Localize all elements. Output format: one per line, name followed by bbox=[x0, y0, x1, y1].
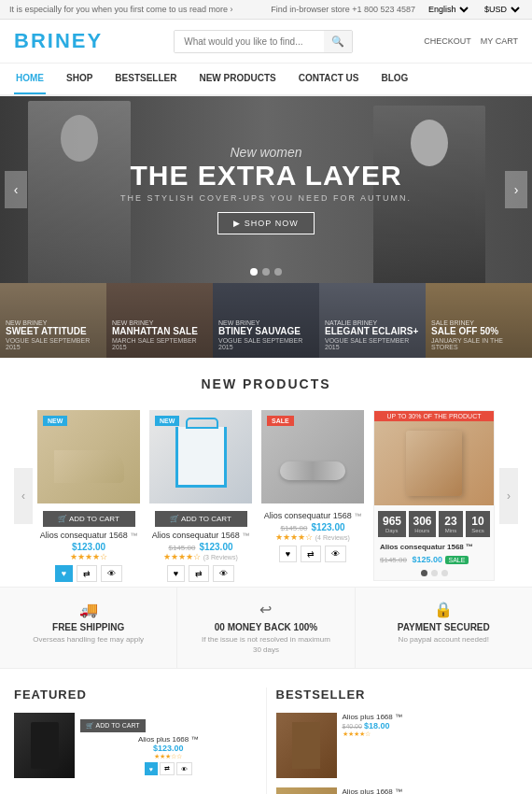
bestseller-jacket-1 bbox=[292, 722, 320, 769]
wishlist-button-3[interactable]: ♥ bbox=[279, 546, 297, 562]
category-eclairs[interactable]: Natalie Briney ELEGANT ECLAIRS+ VOGUE SA… bbox=[319, 283, 426, 358]
nav-bestseller[interactable]: BESTSELLER bbox=[113, 64, 178, 94]
nav-home[interactable]: HOME bbox=[14, 64, 46, 94]
bestseller-img-2 bbox=[276, 787, 337, 794]
returns-desc: If the issue is not resolved in maximum3… bbox=[187, 634, 344, 655]
returns-title: 00 MONEY BACK 100% bbox=[187, 622, 344, 632]
featured-name-1: Alios plus 1668 ™ bbox=[80, 735, 257, 744]
nav-blog[interactable]: BLOG bbox=[380, 64, 411, 94]
add-to-cart-button-1[interactable]: 🛒 ADD TO CART bbox=[43, 511, 135, 527]
hero-dot-3[interactable] bbox=[274, 268, 282, 276]
compare-button-1[interactable]: ⇄ bbox=[77, 565, 97, 582]
view-button-3[interactable]: 👁 bbox=[325, 546, 346, 562]
new-products-title: NEW PRODUCTS bbox=[14, 376, 518, 391]
product-image-3: SALE bbox=[261, 410, 364, 503]
hero-prev-button[interactable]: ‹ bbox=[5, 171, 27, 208]
language-selector[interactable]: English bbox=[425, 4, 471, 15]
new-products-section: NEW PRODUCTS ‹ NEW 🛒 ADD TO CART Alios c… bbox=[0, 358, 532, 587]
featured-dot-3[interactable] bbox=[441, 570, 448, 576]
benefit-shipping: 🚚 FREE SHIPPING Overseas handling fee ma… bbox=[0, 588, 177, 668]
hero-subtitle: New women bbox=[120, 145, 412, 160]
featured-bestseller-section: FEATURED 🛒 ADD TO CART Alios plus 1668 ™… bbox=[0, 669, 532, 794]
product-name-2: Alios consequatur 1568 ™ bbox=[149, 531, 252, 540]
timer-hours: 306 Hours bbox=[409, 511, 437, 537]
featured-dot-1[interactable] bbox=[421, 570, 427, 576]
product-card-1: NEW 🛒 ADD TO CART Alios consequatur 1568… bbox=[37, 410, 140, 582]
bestseller-info-2: Alios plus 1668 ™ $40.00$18.00 ★★★★☆ bbox=[343, 787, 402, 794]
category-manhattan[interactable]: New Briney MANHATTAN SALE MARCH SALE SEP… bbox=[106, 283, 213, 358]
product-badge-3: SALE bbox=[267, 416, 294, 426]
featured-product-name: Alios consequatur 1568 ™ bbox=[374, 539, 494, 553]
bestseller-name-1: Alios plus 1668 ™ bbox=[343, 713, 402, 721]
product-stars-3: ★★★★☆ (4 Reviews) bbox=[261, 532, 364, 542]
bestseller-info-1: Alios plus 1668 ™ $40.00$18.00 ★★★★☆ bbox=[343, 713, 402, 778]
category-btiney[interactable]: New Briney BTINEY SAUVAGE VOGUE SALE SEP… bbox=[213, 283, 319, 358]
hero-dot-2[interactable] bbox=[262, 268, 270, 276]
featured-sale-badge: UP TO 30% OF THE PRODUCT bbox=[374, 411, 494, 421]
featured-item-1: 🛒 ADD TO CART Alios plus 1668 ™ $123.00 … bbox=[14, 713, 257, 782]
product-stars-1: ★★★★☆ bbox=[37, 552, 140, 561]
hero-figure-left bbox=[28, 101, 131, 283]
search-input[interactable] bbox=[175, 31, 324, 52]
category-sale[interactable]: Sale Briney SALE OFF 50% JANUARY SALE IN… bbox=[426, 283, 532, 358]
bestseller-name-2: Alios plus 1668 ™ bbox=[343, 787, 402, 794]
wishlist-button-1[interactable]: ♥ bbox=[55, 565, 73, 582]
compare-button-2[interactable]: ⇄ bbox=[189, 565, 209, 582]
product-image-1: NEW bbox=[37, 410, 140, 503]
hero-dot-1[interactable] bbox=[250, 268, 258, 276]
compare-button-3[interactable]: ⇄ bbox=[301, 546, 321, 562]
hero-title: THE EXTRA LAYER bbox=[120, 162, 412, 190]
hero-shop-now-button[interactable]: ▶ SHOP NOW bbox=[217, 212, 314, 234]
featured-view-1[interactable]: 👁 bbox=[176, 762, 192, 775]
cat-label-4: Natalie Briney ELEGANT ECLAIRS+ VOGUE SA… bbox=[325, 319, 420, 350]
product-badge-2: NEW bbox=[155, 416, 179, 426]
view-button-2[interactable]: 👁 bbox=[213, 565, 234, 582]
secure-icon: 🔒 bbox=[365, 601, 523, 618]
site-header: BRINEY 🔍 CHECKOUT MY CART bbox=[0, 20, 532, 64]
hero-banner: New women THE EXTRA LAYER THE STYLISH CO… bbox=[0, 96, 532, 283]
view-button-1[interactable]: 👁 bbox=[101, 565, 122, 582]
site-logo[interactable]: BRINEY bbox=[14, 29, 103, 53]
nav-shop[interactable]: SHOP bbox=[64, 64, 94, 94]
bestseller-items: Alios plus 1668 ™ $40.00$18.00 ★★★★☆ Ali… bbox=[276, 713, 519, 794]
featured-product-image bbox=[374, 421, 494, 505]
featured-grid: 🛒 ADD TO CART Alios plus 1668 ™ $123.00 … bbox=[14, 713, 257, 794]
bestseller-item-2: Alios plus 1668 ™ $40.00$18.00 ★★★★☆ bbox=[276, 787, 519, 794]
bestseller-col: BESTSELLER Alios plus 1668 ™ $40.00$18.0… bbox=[276, 688, 519, 794]
products-prev-button[interactable]: ‹ bbox=[14, 468, 33, 524]
nav-new-products[interactable]: NEW PRODUCTS bbox=[197, 64, 277, 94]
product-price-2: $145.00$123.00 bbox=[149, 542, 252, 552]
hero-dots bbox=[250, 268, 282, 276]
handbag-shape bbox=[406, 431, 462, 496]
featured-title: FEATURED bbox=[14, 688, 257, 702]
timer-mins: 23 Mins bbox=[439, 511, 463, 537]
hero-next-button[interactable]: › bbox=[505, 171, 527, 208]
featured-wish-1[interactable]: ♥ bbox=[145, 762, 158, 775]
category-sweet-attitude[interactable]: New Briney SWEET ATTITUDE VOGUE SALE SEP… bbox=[0, 283, 106, 358]
wishlist-button-2[interactable]: ♥ bbox=[167, 565, 185, 582]
bestseller-stars-1: ★★★★☆ bbox=[343, 730, 402, 738]
cart-link[interactable]: MY CART bbox=[481, 36, 518, 46]
product-actions-3: ♥ ⇄ 👁 bbox=[261, 546, 364, 562]
nav-contact[interactable]: CONTACT US bbox=[297, 64, 361, 94]
currency-selector[interactable]: $USD bbox=[481, 4, 523, 15]
featured-col: FEATURED 🛒 ADD TO CART Alios plus 1668 ™… bbox=[14, 688, 267, 794]
benefits-section: 🚚 FREE SHIPPING Overseas handling fee ma… bbox=[0, 587, 532, 669]
add-to-cart-button-2[interactable]: 🛒 ADD TO CART bbox=[155, 511, 247, 527]
checkout-link[interactable]: CHECKOUT bbox=[424, 36, 471, 46]
featured-compare-1[interactable]: ⇄ bbox=[160, 762, 175, 775]
bestseller-img-1 bbox=[276, 713, 337, 778]
top-bar: It is especially for you when you first … bbox=[0, 0, 532, 20]
product-price-3: $145.00$123.00 bbox=[261, 522, 364, 532]
shipping-desc: Overseas handling fee may apply bbox=[9, 634, 167, 645]
featured-box-navigation bbox=[374, 566, 494, 580]
featured-add-cart-1[interactable]: 🛒 ADD TO CART bbox=[80, 719, 146, 732]
jacket-silhouette-1 bbox=[31, 722, 59, 769]
products-next-button[interactable]: › bbox=[499, 468, 518, 524]
featured-dot-2[interactable] bbox=[431, 570, 438, 576]
search-button[interactable]: 🔍 bbox=[324, 31, 352, 52]
products-wrapper: ‹ NEW 🛒 ADD TO CART Alios consequatur 15… bbox=[14, 405, 518, 587]
benefit-returns: ↩ 00 MONEY BACK 100% If the issue is not… bbox=[177, 588, 355, 668]
timer-secs: 10 Secs bbox=[466, 511, 490, 537]
top-bar-right: Find in-browser store +1 800 523 4587 En… bbox=[271, 4, 523, 15]
